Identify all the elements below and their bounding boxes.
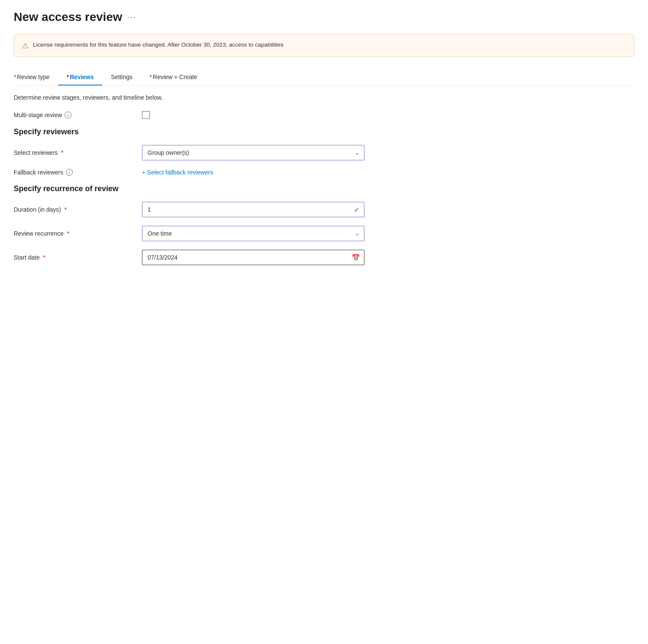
tab-review-type[interactable]: *Review type [14, 69, 58, 86]
required-star-reviews: * [67, 74, 69, 80]
duration-label: Duration (in days) * [14, 206, 142, 213]
review-recurrence-label: Review recurrence * [14, 230, 142, 237]
multi-stage-info-icon[interactable]: i [65, 112, 71, 118]
duration-input-wrapper: ✓ [142, 202, 364, 217]
start-date-required: * [43, 254, 45, 261]
duration-input[interactable] [142, 202, 364, 217]
review-recurrence-required: * [67, 230, 69, 237]
start-date-input[interactable] [142, 250, 364, 265]
warning-text: License requirements for this feature ha… [33, 41, 284, 49]
select-fallback-reviewers-link[interactable]: + Select fallback reviewers [142, 169, 213, 176]
review-recurrence-dropdown[interactable]: One time Weekly Monthly Quarterly Semi-a… [142, 226, 364, 241]
tab-settings[interactable]: Settings [102, 69, 141, 86]
review-recurrence-wrapper: One time Weekly Monthly Quarterly Semi-a… [142, 226, 364, 241]
tab-reviews[interactable]: *Reviews [58, 69, 103, 86]
warning-banner: ⚠ License requirements for this feature … [14, 34, 634, 57]
tabs-row: *Review type *Reviews Settings *Review +… [14, 69, 634, 86]
section-description: Determine review stages, reviewers, and … [14, 94, 634, 101]
start-date-wrapper: 📅 [142, 250, 364, 265]
calendar-icon[interactable]: 📅 [352, 254, 360, 262]
review-recurrence-row: Review recurrence * One time Weekly Mont… [14, 226, 634, 241]
duration-row: Duration (in days) * ✓ [14, 202, 634, 217]
select-reviewers-dropdown[interactable]: Group owner(s) Selected user(s) or group… [142, 145, 364, 160]
fallback-reviewers-info-icon[interactable]: i [66, 169, 73, 176]
multi-stage-row: Multi-stage review i [14, 111, 634, 119]
multi-stage-control [142, 111, 364, 119]
select-reviewers-label: Select reviewers * [14, 149, 142, 156]
multi-stage-label: Multi-stage review i [14, 112, 142, 118]
multi-stage-checkbox[interactable] [142, 111, 150, 119]
tab-review-create[interactable]: *Review + Create [141, 69, 206, 86]
fallback-reviewers-label: Fallback reviewers i [14, 169, 142, 176]
start-date-label: Start date * [14, 254, 142, 261]
duration-required: * [65, 206, 67, 213]
required-star-review-type: * [14, 74, 16, 80]
select-reviewers-required: * [61, 149, 63, 156]
required-star-review-create: * [150, 74, 152, 80]
page-title-row: New access review ··· [14, 10, 634, 24]
specify-recurrence-heading: Specify recurrence of review [14, 184, 634, 193]
specify-reviewers-heading: Specify reviewers [14, 127, 634, 136]
multi-stage-checkbox-wrapper [142, 111, 364, 119]
more-options-button[interactable]: ··· [127, 13, 136, 22]
fallback-reviewers-control: + Select fallback reviewers [142, 169, 364, 176]
warning-icon: ⚠ [22, 41, 29, 50]
select-reviewers-row: Select reviewers * Group owner(s) Select… [14, 145, 634, 160]
duration-check-icon: ✓ [354, 206, 359, 214]
select-reviewers-wrapper: Group owner(s) Selected user(s) or group… [142, 145, 364, 160]
start-date-row: Start date * 📅 [14, 250, 634, 265]
page-title: New access review [14, 10, 122, 24]
fallback-reviewers-row: Fallback reviewers i + Select fallback r… [14, 169, 634, 176]
